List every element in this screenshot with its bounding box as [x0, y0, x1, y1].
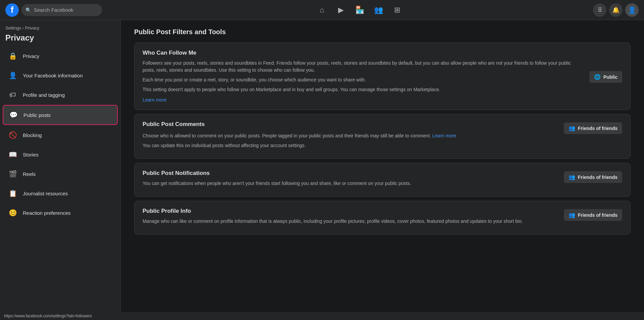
sidebar-item-blocking-label: Blocking [23, 132, 42, 138]
public-post-comments-action: 👥 Friends of friends [564, 121, 622, 134]
sidebar-item-reaction-preferences[interactable]: 😊 Reaction preferences [3, 203, 118, 222]
who-can-follow-desc-2: Each time you post or create a reel, sto… [143, 76, 581, 83]
blocking-icon: 🚫 [7, 129, 19, 141]
public-post-notifications-button-label: Friends of friends [578, 175, 618, 180]
public-profile-info-button-label: Friends of friends [578, 212, 618, 218]
breadcrumb-current: Privacy [25, 25, 40, 30]
public-profile-info-text: Public Profile Info Manage who can like … [143, 208, 556, 228]
avatar-button[interactable]: 👤 [625, 3, 639, 17]
public-post-notifications-button[interactable]: 👥 Friends of friends [564, 171, 622, 183]
public-post-comments-learn-more[interactable]: Learn more [432, 132, 457, 139]
marketplace-nav-button[interactable]: 🏪 [352, 2, 368, 18]
public-post-comments-title: Public Post Comments [143, 121, 556, 128]
public-profile-info-row: Public Profile Info Manage who can like … [143, 208, 622, 228]
public-post-notifications-card: Public Post Notifications You can get no… [134, 163, 631, 197]
friends-of-friends-icon-3: 👥 [569, 212, 575, 218]
sidebar-item-reels[interactable]: 🎬 Reels [3, 165, 118, 183]
sidebar-item-public-posts[interactable]: 💬 Public posts [3, 105, 118, 125]
public-post-comments-text: Public Post Comments Choose who is allow… [143, 121, 556, 152]
search-icon: 🔍 [25, 7, 31, 13]
who-can-follow-action: 🌐 Public [589, 70, 622, 83]
journalist-resources-icon: 📋 [7, 187, 19, 199]
statusbar: https://www.facebook.com/settings?tab=fo… [0, 312, 644, 320]
public-post-notifications-row: Public Post Notifications You can get no… [143, 170, 622, 190]
public-post-comments-button[interactable]: 👥 Friends of friends [564, 122, 622, 134]
main-content: Public Post Filters and Tools Who Can Fo… [121, 20, 644, 320]
public-post-comments-button-label: Friends of friends [578, 126, 618, 131]
reels-icon: 🎬 [7, 168, 19, 180]
video-nav-button[interactable]: ▶ [333, 2, 349, 18]
friends-of-friends-icon-1: 👥 [569, 125, 575, 131]
public-post-notifications-text: Public Post Notifications You can get no… [143, 170, 556, 190]
friends-of-friends-icon-2: 👥 [569, 174, 575, 180]
page-layout: Settings › Privacy Privacy 🔒 Privacy 👤 Y… [0, 20, 644, 320]
sidebar-item-stories-label: Stories [23, 152, 39, 157]
stories-icon: 📖 [7, 148, 19, 161]
public-profile-info-desc: Manage who can like or comment on profil… [143, 218, 556, 225]
topnav-left: f 🔍 Search Facebook [5, 3, 126, 17]
topnav-right: ⠿ 🔔 👤 [593, 3, 639, 17]
public-profile-info-button[interactable]: 👥 Friends of friends [564, 209, 622, 221]
home-nav-button[interactable]: ⌂ [314, 2, 330, 18]
privacy-icon: 🔒 [7, 50, 19, 62]
topnav: f 🔍 Search Facebook ⌂ ▶ 🏪 👥 ⊞ ⠿ 🔔 👤 [0, 0, 644, 20]
who-can-follow-title: Who Can Follow Me [143, 50, 581, 56]
reaction-preferences-icon: 😊 [7, 207, 19, 219]
sidebar-item-journalist-resources-label: Journalist resources [23, 191, 68, 196]
sidebar-item-blocking[interactable]: 🚫 Blocking [3, 126, 118, 144]
who-can-follow-desc-1: Followers see your posts, reels, stories… [143, 60, 581, 74]
public-post-comments-note: You can update this on individual posts … [143, 142, 556, 149]
sidebar: Settings › Privacy Privacy 🔒 Privacy 👤 Y… [0, 20, 121, 320]
sidebar-item-stories[interactable]: 📖 Stories [3, 145, 118, 164]
groups-nav-button[interactable]: 👥 [370, 2, 386, 18]
who-can-follow-desc-3: This setting doesn't apply to people who… [143, 86, 581, 93]
public-post-comments-card: Public Post Comments Choose who is allow… [134, 114, 631, 159]
sidebar-item-privacy-label: Privacy [23, 53, 39, 59]
facebook-info-icon: 👤 [7, 69, 19, 81]
sidebar-item-reels-label: Reels [23, 171, 36, 177]
sidebar-item-profile-tagging[interactable]: 🏷 Profile and tagging [3, 85, 118, 104]
topnav-center: ⌂ ▶ 🏪 👥 ⊞ [126, 2, 593, 18]
sidebar-item-facebook-info[interactable]: 👤 Your Facebook information [3, 66, 118, 85]
who-can-follow-button[interactable]: 🌐 Public [589, 71, 622, 83]
apps-button[interactable]: ⠿ [593, 3, 606, 17]
statusbar-url: https://www.facebook.com/settings?tab=fo… [4, 314, 92, 318]
who-can-follow-text: Who Can Follow Me Followers see your pos… [143, 50, 581, 103]
sidebar-item-privacy[interactable]: 🔒 Privacy [3, 47, 118, 65]
search-input-placeholder: Search Facebook [34, 7, 73, 13]
who-can-follow-learn-more[interactable]: Learn more [143, 97, 167, 103]
page-title: Public Post Filters and Tools [134, 28, 631, 36]
who-can-follow-button-label: Public [603, 74, 618, 80]
profile-tagging-icon: 🏷 [7, 89, 19, 101]
public-post-notifications-desc: You can get notifications when people wh… [143, 180, 556, 187]
sidebar-item-profile-tagging-label: Profile and tagging [23, 92, 65, 98]
sidebar-title: Privacy [3, 32, 118, 47]
public-profile-info-card: Public Profile Info Manage who can like … [134, 201, 631, 235]
public-post-notifications-title: Public Post Notifications [143, 170, 556, 177]
breadcrumb-separator: › [22, 25, 25, 30]
sidebar-item-facebook-info-label: Your Facebook information [23, 73, 83, 78]
public-profile-info-action: 👥 Friends of friends [564, 208, 622, 221]
public-globe-icon: 🌐 [594, 74, 601, 80]
breadcrumb: Settings › Privacy [3, 25, 118, 32]
sidebar-item-public-posts-label: Public posts [23, 112, 51, 118]
public-post-comments-row: Public Post Comments Choose who is allow… [143, 121, 622, 152]
gaming-nav-button[interactable]: ⊞ [389, 2, 405, 18]
facebook-logo[interactable]: f [5, 3, 19, 17]
notifications-button[interactable]: 🔔 [609, 3, 623, 17]
public-post-notifications-action: 👥 Friends of friends [564, 170, 622, 183]
public-posts-icon: 💬 [7, 109, 19, 121]
breadcrumb-settings-link[interactable]: Settings [5, 25, 21, 30]
sidebar-item-journalist-resources[interactable]: 📋 Journalist resources [3, 184, 118, 203]
public-post-comments-desc: Choose who is allowed to comment on your… [143, 131, 556, 139]
sidebar-item-reaction-preferences-label: Reaction preferences [23, 210, 71, 216]
public-profile-info-title: Public Profile Info [143, 208, 556, 214]
who-can-follow-card: Who Can Follow Me Followers see your pos… [134, 43, 631, 110]
who-can-follow-row: Who Can Follow Me Followers see your pos… [143, 50, 622, 103]
search-bar[interactable]: 🔍 Search Facebook [21, 4, 102, 16]
